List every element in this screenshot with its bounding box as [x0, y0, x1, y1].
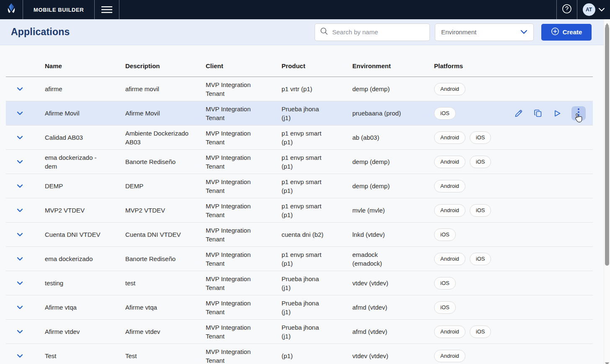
- scroll-down-arrow-icon[interactable]: [605, 360, 609, 364]
- app-platforms-cell: iOS: [434, 301, 514, 314]
- platform-pill-android: Android: [434, 326, 465, 338]
- platform-pill-android: Android: [434, 131, 465, 144]
- row-expand-button[interactable]: [6, 279, 45, 287]
- create-button[interactable]: Create: [541, 24, 592, 41]
- row-expand-button[interactable]: [6, 351, 45, 360]
- app-name-cell: Cuenta DNI VTDEV: [45, 230, 125, 239]
- app-name-cell: ema dockerizado: [45, 254, 125, 263]
- app-product-cell: p1 envp smart (p1): [282, 250, 352, 268]
- chevron-down-icon: [17, 254, 23, 263]
- app-environment-cell: demp (demp): [352, 85, 434, 93]
- table-row[interactable]: MVP2 VTDEV MVP2 VTDEV MVP Integration Te…: [6, 198, 593, 223]
- platform-pill-ios: iOS: [434, 228, 456, 241]
- search-icon: [320, 27, 328, 37]
- app-platforms-cell: AndroidiOS: [434, 253, 514, 265]
- app-description-cell: afirme movil: [125, 85, 206, 93]
- table-row[interactable]: Calidad AB03 Ambiente Dockerizado AB03 M…: [6, 126, 593, 150]
- search-input[interactable]: [332, 28, 424, 36]
- app-client-cell: MVP Integration Tenant: [206, 105, 282, 122]
- table-row[interactable]: Cuenta DNI VTDEV Cuenta DNI VTDEV MVP In…: [6, 223, 593, 247]
- edit-icon[interactable]: [514, 108, 524, 118]
- row-expand-button[interactable]: [6, 327, 45, 336]
- app-environment-cell: demp (demp): [352, 157, 434, 166]
- app-environment-cell: pruebaana (prod): [352, 109, 434, 118]
- app-client-cell: MVP Integration Tenant: [206, 274, 282, 292]
- app-name-cell: Afirme Movil: [45, 109, 125, 118]
- app-environment-cell: emadock (emadock): [352, 250, 434, 268]
- hamburger-menu-icon: [101, 6, 112, 13]
- app-environment-cell: demp (demp): [352, 182, 434, 190]
- table-row[interactable]: DEMP DEMP MVP Integration Tenant p1 envp…: [6, 174, 593, 198]
- app-name-cell: Calidad AB03: [45, 133, 125, 142]
- environment-filter-dropdown[interactable]: Environment: [435, 23, 534, 41]
- chevron-down-icon: [520, 28, 527, 36]
- app-description-cell: Test: [125, 351, 206, 360]
- chevron-down-icon: [598, 6, 605, 13]
- table-row[interactable]: afirme afirme movil MVP Integration Tena…: [6, 77, 593, 101]
- table-row[interactable]: Afirme vtqa Afirme vtqa MVP Integration …: [6, 295, 593, 320]
- chevron-down-icon: [17, 327, 23, 336]
- app-platforms-cell: AndroidiOS: [434, 204, 514, 217]
- help-button[interactable]: [557, 0, 577, 19]
- scrollbar-thumb[interactable]: [605, 26, 609, 266]
- app-client-cell: MVP Integration Tenant: [206, 153, 282, 171]
- page-header: Applications Environment: [0, 19, 610, 45]
- lotus-logo-icon: [6, 3, 17, 16]
- app-platforms-cell: AndroidiOS: [434, 131, 514, 144]
- row-expand-button[interactable]: [6, 182, 45, 190]
- create-button-label: Create: [563, 28, 582, 36]
- column-header-environment: Environment: [352, 62, 434, 69]
- platform-pill-android: Android: [434, 253, 465, 265]
- table-row[interactable]: ema dockerizado - dem Banorte Rediseño M…: [6, 150, 593, 174]
- app-description-cell: test: [125, 279, 206, 287]
- platform-pill-android: Android: [434, 83, 465, 95]
- table-row[interactable]: Test Test MVP Integration Tenant (p1) vt…: [6, 344, 593, 364]
- app-environment-cell: vtdev (vtdev): [352, 279, 434, 287]
- platform-pill-ios: iOS: [470, 131, 491, 144]
- chevron-down-icon: [17, 303, 23, 312]
- search-box[interactable]: [315, 23, 430, 41]
- user-menu[interactable]: AT: [577, 0, 610, 19]
- hamburger-menu-button[interactable]: [95, 0, 119, 19]
- platform-pill-ios: iOS: [434, 277, 456, 290]
- row-expand-button[interactable]: [6, 85, 45, 93]
- table-row[interactable]: testing test MVP Integration Tenant Prue…: [6, 271, 593, 295]
- app-description-cell: Afirme vtdev: [125, 327, 206, 336]
- chevron-down-icon: [17, 109, 23, 118]
- row-expand-button[interactable]: [6, 157, 45, 166]
- platform-pill-ios: iOS: [470, 204, 491, 217]
- app-client-cell: MVP Integration Tenant: [206, 177, 282, 195]
- app-description-cell: Banorte Rediseño: [125, 254, 206, 263]
- copy-icon[interactable]: [533, 108, 543, 118]
- app-name-cell: DEMP: [45, 182, 125, 190]
- table-row[interactable]: Afirme vtdev Afirme vtdev MVP Integratio…: [6, 320, 593, 344]
- avatar: AT: [583, 3, 595, 16]
- app-client-cell: MVP Integration Tenant: [206, 347, 282, 364]
- app-name-cell: Afirme vtqa: [45, 303, 125, 312]
- kebab-menu-button[interactable]: [571, 106, 586, 120]
- row-expand-button[interactable]: [6, 230, 45, 239]
- platform-pill-ios: iOS: [470, 326, 491, 338]
- app-description-cell: Banorte Rediseño: [125, 157, 206, 166]
- table-row[interactable]: Afirme Movil Afirme Movil MVP Integratio…: [6, 101, 593, 126]
- chevron-down-icon: [17, 230, 23, 239]
- column-header-product: Product: [282, 62, 352, 69]
- app-client-cell: MVP Integration Tenant: [206, 129, 282, 146]
- applications-table: Name Description Client Product Environm…: [6, 45, 593, 364]
- platform-pill-android: Android: [434, 180, 465, 192]
- app-platforms-cell: iOS: [434, 228, 514, 241]
- app-platforms-cell: AndroidiOS: [434, 156, 514, 168]
- row-expand-button[interactable]: [6, 254, 45, 263]
- vertical-scrollbar[interactable]: [604, 19, 610, 364]
- app-name-cell: Afirme vtdev: [45, 327, 125, 336]
- app-logo[interactable]: [0, 0, 23, 19]
- row-expand-button[interactable]: [6, 109, 45, 118]
- table-row[interactable]: ema dockerizado Banorte Rediseño MVP Int…: [6, 247, 593, 271]
- row-expand-button[interactable]: [6, 303, 45, 312]
- row-expand-button[interactable]: [6, 133, 45, 142]
- row-expand-button[interactable]: [6, 206, 45, 215]
- table-body: afirme afirme movil MVP Integration Tena…: [6, 77, 593, 364]
- run-icon[interactable]: [552, 108, 562, 118]
- app-name-cell: testing: [45, 279, 125, 287]
- app-client-cell: MVP Integration Tenant: [206, 323, 282, 341]
